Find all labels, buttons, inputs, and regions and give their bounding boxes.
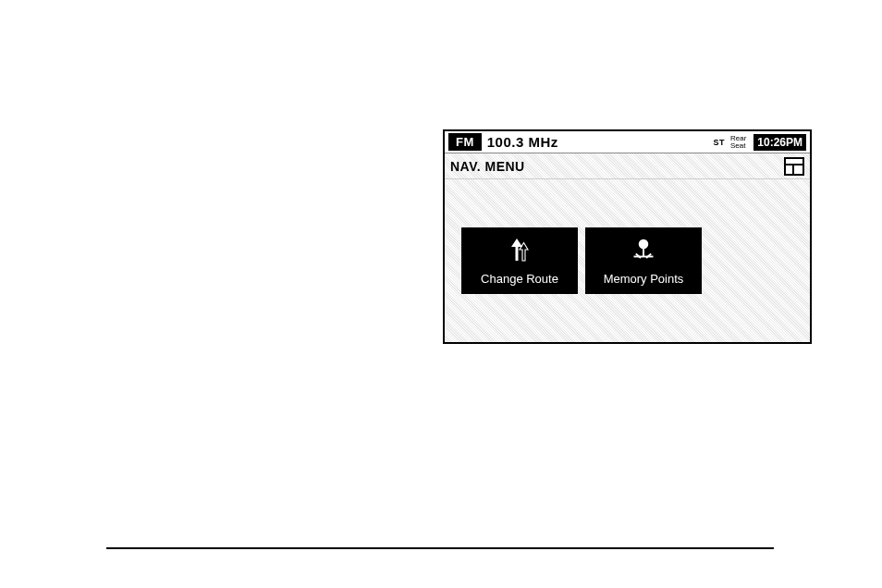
footer-divider [106, 547, 774, 549]
svg-point-0 [639, 239, 649, 249]
status-bar: FM 100.3 MHz ST Rear Seat 10:26PM [445, 131, 810, 153]
memory-points-label: Memory Points [604, 272, 684, 286]
stereo-indicator: ST [713, 138, 725, 147]
radio-frequency: 100.3 MHz [487, 134, 558, 150]
multi-window-icon[interactable] [784, 157, 804, 176]
memory-points-button[interactable]: Memory Points [585, 227, 702, 294]
title-row: NAV. MENU [445, 153, 810, 179]
clock-display: 10:26PM [753, 134, 806, 151]
document-page: FM 100.3 MHz ST Rear Seat 10:26PM NAV. M… [0, 0, 882, 588]
change-route-label: Change Route [481, 272, 558, 286]
rear-seat-indicator[interactable]: Rear Seat [730, 135, 746, 150]
change-route-button[interactable]: Change Route [461, 227, 578, 294]
radio-band-badge[interactable]: FM [448, 133, 482, 151]
nav-device-screen: FM 100.3 MHz ST Rear Seat 10:26PM NAV. M… [443, 129, 812, 344]
screen-title: NAV. MENU [450, 159, 525, 174]
route-arrows-icon [506, 237, 533, 266]
memory-point-pin-icon [630, 237, 657, 266]
rear-seat-line2: Seat [730, 142, 746, 150]
menu-content-area: Change Route Memory Points [445, 179, 810, 342]
